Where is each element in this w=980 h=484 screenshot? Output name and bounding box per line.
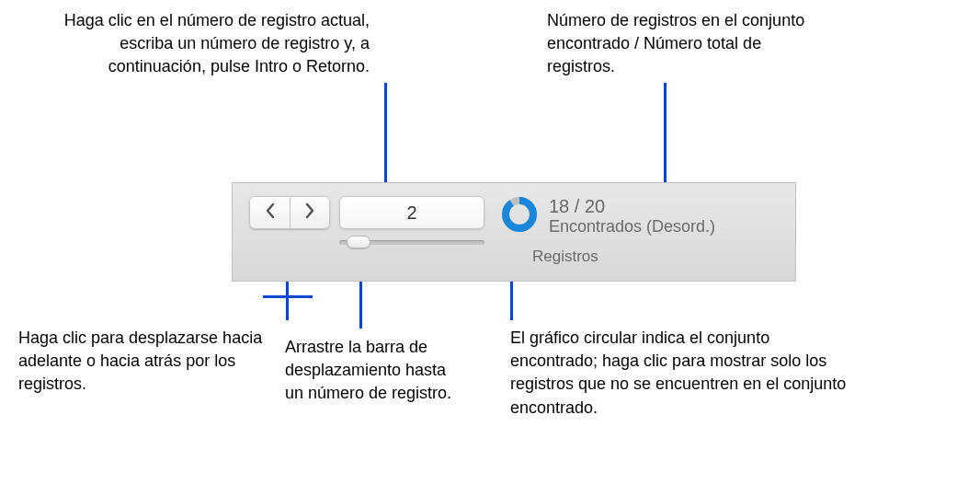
record-number-column (339, 196, 484, 249)
chevron-left-icon (264, 202, 277, 223)
callout-line (384, 83, 387, 182)
found-set-pie-button[interactable] (501, 196, 538, 233)
found-label-text: Encontrados (Desord.) (549, 217, 715, 236)
found-count-text: 18 / 20 (549, 196, 715, 217)
prev-record-button[interactable] (249, 196, 290, 229)
annotation-pie: El gráfico circular indica el conjunto e… (510, 327, 860, 420)
next-record-button[interactable] (290, 196, 330, 229)
slider-thumb[interactable] (347, 236, 370, 248)
annotation-nav-buttons: Haga clic para desplazarse hacia adelant… (18, 327, 276, 397)
record-number-input[interactable] (339, 196, 484, 229)
nav-button-group (249, 196, 330, 229)
annotation-slider: Arrastre la barra de desplazamiento hast… (285, 336, 469, 406)
svg-point-1 (506, 201, 533, 228)
annotation-count: Número de registros en el conjunto encon… (547, 9, 814, 79)
annotation-record-input: Haga clic en el número de registro actua… (39, 9, 370, 79)
chevron-right-icon (303, 202, 316, 223)
section-label: Registros (532, 248, 598, 266)
record-toolbar: 18 / 20 Encontrados (Desord.) Registros (232, 182, 796, 282)
record-slider[interactable] (339, 235, 484, 249)
found-status: 18 / 20 Encontrados (Desord.) (549, 196, 715, 236)
callout-line (263, 295, 313, 298)
callout-line (664, 83, 667, 182)
pie-chart-icon (501, 220, 538, 236)
